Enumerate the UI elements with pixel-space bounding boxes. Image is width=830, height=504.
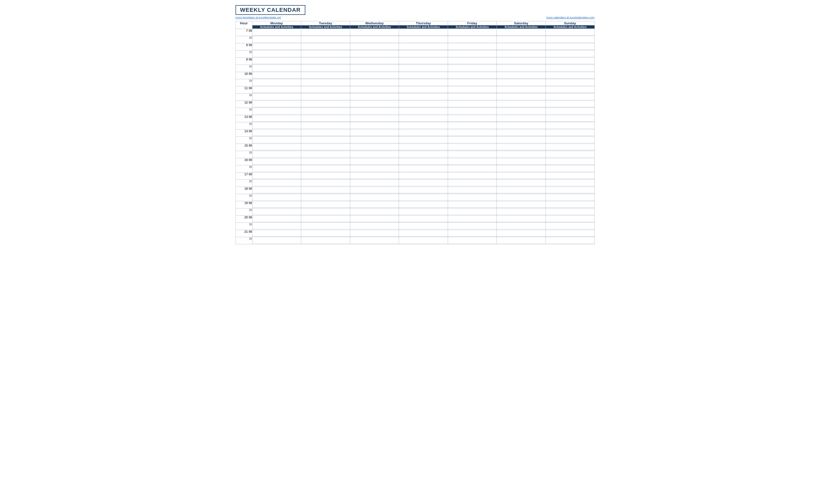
day-cell[interactable]	[497, 201, 546, 208]
day-cell[interactable]	[350, 237, 399, 244]
day-cell[interactable]	[301, 187, 350, 194]
day-cell[interactable]	[545, 215, 595, 223]
day-cell[interactable]	[545, 143, 595, 151]
day-cell[interactable]	[545, 237, 595, 244]
day-cell[interactable]	[448, 158, 497, 165]
day-cell[interactable]	[399, 215, 448, 223]
day-cell[interactable]	[350, 223, 399, 230]
day-cell[interactable]	[301, 93, 350, 100]
day-cell[interactable]	[350, 136, 399, 143]
day-cell[interactable]	[497, 108, 546, 115]
day-cell[interactable]	[448, 194, 497, 201]
day-cell[interactable]	[252, 215, 301, 223]
day-cell[interactable]	[252, 223, 301, 230]
day-cell[interactable]	[497, 208, 546, 215]
day-cell[interactable]	[448, 122, 497, 129]
right-link[interactable]: more calendars at excelcalendars.com	[546, 16, 595, 19]
day-cell[interactable]	[399, 165, 448, 172]
day-cell[interactable]	[545, 129, 595, 136]
day-cell[interactable]	[252, 36, 301, 43]
day-cell[interactable]	[301, 215, 350, 223]
day-cell[interactable]	[350, 86, 399, 93]
day-cell[interactable]	[252, 129, 301, 136]
day-cell[interactable]	[399, 194, 448, 201]
day-cell[interactable]	[497, 158, 546, 165]
day-cell[interactable]	[350, 36, 399, 43]
day-cell[interactable]	[350, 179, 399, 187]
day-cell[interactable]	[252, 72, 301, 79]
day-cell[interactable]	[399, 201, 448, 208]
day-cell[interactable]	[301, 122, 350, 129]
day-cell[interactable]	[301, 172, 350, 179]
day-cell[interactable]	[350, 165, 399, 172]
day-cell[interactable]	[497, 50, 546, 58]
day-cell[interactable]	[350, 65, 399, 72]
day-cell[interactable]	[350, 108, 399, 115]
day-cell[interactable]	[545, 187, 595, 194]
day-cell[interactable]	[448, 93, 497, 100]
day-cell[interactable]	[497, 72, 546, 79]
day-cell[interactable]	[399, 187, 448, 194]
day-cell[interactable]	[545, 79, 595, 86]
day-cell[interactable]	[399, 237, 448, 244]
day-cell[interactable]	[252, 201, 301, 208]
day-cell[interactable]	[301, 72, 350, 79]
day-cell[interactable]	[350, 79, 399, 86]
day-cell[interactable]	[448, 79, 497, 86]
day-cell[interactable]	[350, 129, 399, 136]
day-cell[interactable]	[497, 194, 546, 201]
day-cell[interactable]	[252, 237, 301, 244]
day-cell[interactable]	[252, 50, 301, 58]
day-cell[interactable]	[301, 36, 350, 43]
day-cell[interactable]	[399, 65, 448, 72]
day-cell[interactable]	[399, 223, 448, 230]
day-cell[interactable]	[448, 143, 497, 151]
day-cell[interactable]	[301, 237, 350, 244]
day-cell[interactable]	[399, 86, 448, 93]
day-cell[interactable]	[301, 100, 350, 108]
day-cell[interactable]	[448, 223, 497, 230]
day-cell[interactable]	[301, 43, 350, 50]
day-cell[interactable]	[448, 215, 497, 223]
day-cell[interactable]	[545, 93, 595, 100]
day-cell[interactable]	[301, 158, 350, 165]
day-cell[interactable]	[545, 72, 595, 79]
day-cell[interactable]	[448, 72, 497, 79]
day-cell[interactable]	[399, 36, 448, 43]
day-cell[interactable]	[399, 136, 448, 143]
day-cell[interactable]	[545, 194, 595, 201]
day-cell[interactable]	[350, 215, 399, 223]
day-cell[interactable]	[252, 230, 301, 237]
day-cell[interactable]	[252, 115, 301, 122]
day-cell[interactable]	[252, 187, 301, 194]
day-cell[interactable]	[399, 179, 448, 187]
day-cell[interactable]	[545, 122, 595, 129]
day-cell[interactable]	[448, 208, 497, 215]
day-cell[interactable]	[301, 230, 350, 237]
day-cell[interactable]	[252, 158, 301, 165]
day-cell[interactable]	[497, 79, 546, 86]
day-cell[interactable]	[545, 208, 595, 215]
day-cell[interactable]	[399, 115, 448, 122]
day-cell[interactable]	[301, 115, 350, 122]
day-cell[interactable]	[252, 172, 301, 179]
day-cell[interactable]	[497, 215, 546, 223]
day-cell[interactable]	[497, 115, 546, 122]
day-cell[interactable]	[448, 65, 497, 72]
day-cell[interactable]	[301, 179, 350, 187]
day-cell[interactable]	[350, 115, 399, 122]
day-cell[interactable]	[448, 36, 497, 43]
day-cell[interactable]	[252, 79, 301, 86]
day-cell[interactable]	[252, 208, 301, 215]
day-cell[interactable]	[399, 158, 448, 165]
day-cell[interactable]	[350, 230, 399, 237]
day-cell[interactable]	[252, 151, 301, 158]
day-cell[interactable]	[497, 136, 546, 143]
day-cell[interactable]	[545, 115, 595, 122]
day-cell[interactable]	[252, 194, 301, 201]
day-cell[interactable]	[448, 129, 497, 136]
day-cell[interactable]	[252, 86, 301, 93]
day-cell[interactable]	[399, 151, 448, 158]
day-cell[interactable]	[497, 93, 546, 100]
day-cell[interactable]	[350, 194, 399, 201]
